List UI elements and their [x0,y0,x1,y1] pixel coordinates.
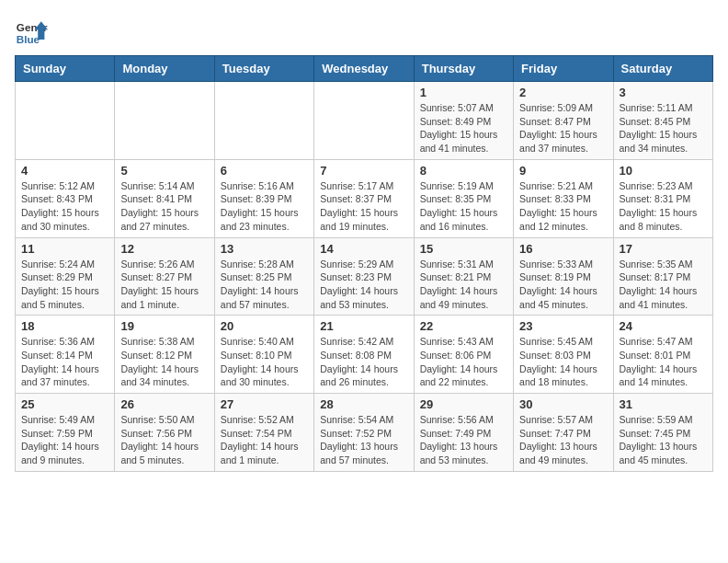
calendar-cell: 1Sunrise: 5:07 AM Sunset: 8:49 PM Daylig… [414,82,513,160]
day-info: Sunrise: 5:07 AM Sunset: 8:49 PM Dayligh… [420,101,507,155]
calendar-cell: 4Sunrise: 5:12 AM Sunset: 8:43 PM Daylig… [16,159,115,237]
day-number: 19 [120,319,208,333]
day-info: Sunrise: 5:16 AM Sunset: 8:39 PM Dayligh… [221,179,308,234]
day-info: Sunrise: 5:11 AM Sunset: 8:45 PM Dayligh… [620,101,707,155]
day-number: 15 [420,242,507,256]
calendar-cell: 6Sunrise: 5:16 AM Sunset: 8:39 PM Daylig… [214,159,313,237]
day-number: 28 [320,397,407,411]
day-info: Sunrise: 5:21 AM Sunset: 8:33 PM Dayligh… [519,179,607,234]
day-number: 14 [320,242,407,256]
svg-text:Blue: Blue [17,33,40,45]
calendar-cell: 12Sunrise: 5:26 AM Sunset: 8:27 PM Dayli… [115,237,214,316]
day-number: 8 [420,164,507,178]
day-header-tuesday: Tuesday [214,56,313,82]
page-header: General Blue [15,15,713,48]
day-info: Sunrise: 5:50 AM Sunset: 7:56 PM Dayligh… [120,413,208,467]
day-header-thursday: Thursday [414,56,513,82]
calendar-cell: 25Sunrise: 5:49 AM Sunset: 7:59 PM Dayli… [16,394,115,472]
calendar-cell: 10Sunrise: 5:23 AM Sunset: 8:31 PM Dayli… [613,159,712,237]
day-number: 16 [519,242,607,256]
day-number: 22 [420,319,507,333]
day-info: Sunrise: 5:43 AM Sunset: 8:06 PM Dayligh… [420,335,507,389]
calendar-cell [16,82,115,160]
day-number: 5 [120,164,208,178]
day-number: 2 [519,86,607,99]
day-info: Sunrise: 5:49 AM Sunset: 7:59 PM Dayligh… [21,413,108,467]
day-info: Sunrise: 5:24 AM Sunset: 8:29 PM Dayligh… [21,258,108,312]
calendar-cell: 3Sunrise: 5:11 AM Sunset: 8:45 PM Daylig… [613,82,712,160]
day-info: Sunrise: 5:29 AM Sunset: 8:23 PM Dayligh… [320,258,407,312]
day-number: 13 [221,242,308,256]
day-info: Sunrise: 5:33 AM Sunset: 8:19 PM Dayligh… [519,258,607,312]
calendar-cell: 17Sunrise: 5:35 AM Sunset: 8:17 PM Dayli… [613,237,712,316]
logo-icon: General Blue [15,15,48,48]
calendar-cell [115,82,214,160]
calendar-week-row: 1Sunrise: 5:07 AM Sunset: 8:49 PM Daylig… [16,82,713,160]
day-number: 29 [420,397,507,411]
day-info: Sunrise: 5:57 AM Sunset: 7:47 PM Dayligh… [519,413,607,467]
day-info: Sunrise: 5:14 AM Sunset: 8:41 PM Dayligh… [120,179,208,234]
day-header-wednesday: Wednesday [314,56,414,82]
day-header-friday: Friday [514,56,613,82]
day-info: Sunrise: 5:36 AM Sunset: 8:14 PM Dayligh… [21,335,108,389]
calendar-week-row: 25Sunrise: 5:49 AM Sunset: 7:59 PM Dayli… [16,394,713,472]
calendar-cell: 24Sunrise: 5:47 AM Sunset: 8:01 PM Dayli… [613,316,712,394]
day-number: 7 [320,164,407,178]
calendar-cell: 23Sunrise: 5:45 AM Sunset: 8:03 PM Dayli… [514,316,613,394]
calendar-header-row: SundayMondayTuesdayWednesdayThursdayFrid… [16,56,713,82]
day-info: Sunrise: 5:26 AM Sunset: 8:27 PM Dayligh… [120,258,208,312]
day-number: 11 [21,242,108,256]
day-number: 1 [420,86,507,99]
day-number: 21 [320,319,407,333]
day-info: Sunrise: 5:40 AM Sunset: 8:10 PM Dayligh… [221,335,308,389]
day-number: 17 [620,242,707,256]
calendar-cell: 13Sunrise: 5:28 AM Sunset: 8:25 PM Dayli… [214,237,313,316]
calendar-cell: 14Sunrise: 5:29 AM Sunset: 8:23 PM Dayli… [314,237,414,316]
calendar-table: SundayMondayTuesdayWednesdayThursdayFrid… [15,55,713,472]
day-info: Sunrise: 5:23 AM Sunset: 8:31 PM Dayligh… [620,179,707,234]
calendar-cell: 22Sunrise: 5:43 AM Sunset: 8:06 PM Dayli… [414,316,513,394]
day-info: Sunrise: 5:28 AM Sunset: 8:25 PM Dayligh… [221,258,308,312]
day-number: 27 [221,397,308,411]
calendar-week-row: 11Sunrise: 5:24 AM Sunset: 8:29 PM Dayli… [16,237,713,316]
calendar-cell: 30Sunrise: 5:57 AM Sunset: 7:47 PM Dayli… [514,394,613,472]
day-number: 25 [21,397,108,411]
day-number: 18 [21,319,108,333]
calendar-cell: 2Sunrise: 5:09 AM Sunset: 8:47 PM Daylig… [514,82,613,160]
calendar-cell: 27Sunrise: 5:52 AM Sunset: 7:54 PM Dayli… [214,394,313,472]
day-number: 31 [620,397,707,411]
calendar-cell: 29Sunrise: 5:56 AM Sunset: 7:49 PM Dayli… [414,394,513,472]
day-info: Sunrise: 5:12 AM Sunset: 8:43 PM Dayligh… [21,179,108,234]
day-info: Sunrise: 5:09 AM Sunset: 8:47 PM Dayligh… [519,101,607,155]
logo: General Blue [15,15,48,48]
calendar-cell [214,82,313,160]
day-header-monday: Monday [115,56,214,82]
day-number: 3 [620,86,707,99]
day-number: 23 [519,319,607,333]
day-info: Sunrise: 5:17 AM Sunset: 8:37 PM Dayligh… [320,179,407,234]
day-info: Sunrise: 5:47 AM Sunset: 8:01 PM Dayligh… [620,335,707,389]
calendar-cell: 9Sunrise: 5:21 AM Sunset: 8:33 PM Daylig… [514,159,613,237]
calendar-cell: 20Sunrise: 5:40 AM Sunset: 8:10 PM Dayli… [214,316,313,394]
day-number: 12 [120,242,208,256]
calendar-cell: 11Sunrise: 5:24 AM Sunset: 8:29 PM Dayli… [16,237,115,316]
day-number: 24 [620,319,707,333]
calendar-cell: 16Sunrise: 5:33 AM Sunset: 8:19 PM Dayli… [514,237,613,316]
calendar-cell: 8Sunrise: 5:19 AM Sunset: 8:35 PM Daylig… [414,159,513,237]
day-info: Sunrise: 5:54 AM Sunset: 7:52 PM Dayligh… [320,413,407,467]
calendar-cell: 18Sunrise: 5:36 AM Sunset: 8:14 PM Dayli… [16,316,115,394]
calendar-week-row: 4Sunrise: 5:12 AM Sunset: 8:43 PM Daylig… [16,159,713,237]
day-number: 9 [519,164,607,178]
day-info: Sunrise: 5:52 AM Sunset: 7:54 PM Dayligh… [221,413,308,467]
calendar-cell: 15Sunrise: 5:31 AM Sunset: 8:21 PM Dayli… [414,237,513,316]
day-number: 20 [221,319,308,333]
calendar-week-row: 18Sunrise: 5:36 AM Sunset: 8:14 PM Dayli… [16,316,713,394]
day-header-sunday: Sunday [16,56,115,82]
day-info: Sunrise: 5:35 AM Sunset: 8:17 PM Dayligh… [620,258,707,312]
day-info: Sunrise: 5:56 AM Sunset: 7:49 PM Dayligh… [420,413,507,467]
calendar-cell: 31Sunrise: 5:59 AM Sunset: 7:45 PM Dayli… [613,394,712,472]
calendar-cell: 26Sunrise: 5:50 AM Sunset: 7:56 PM Dayli… [115,394,214,472]
day-number: 10 [620,164,707,178]
day-header-saturday: Saturday [613,56,712,82]
day-info: Sunrise: 5:31 AM Sunset: 8:21 PM Dayligh… [420,258,507,312]
